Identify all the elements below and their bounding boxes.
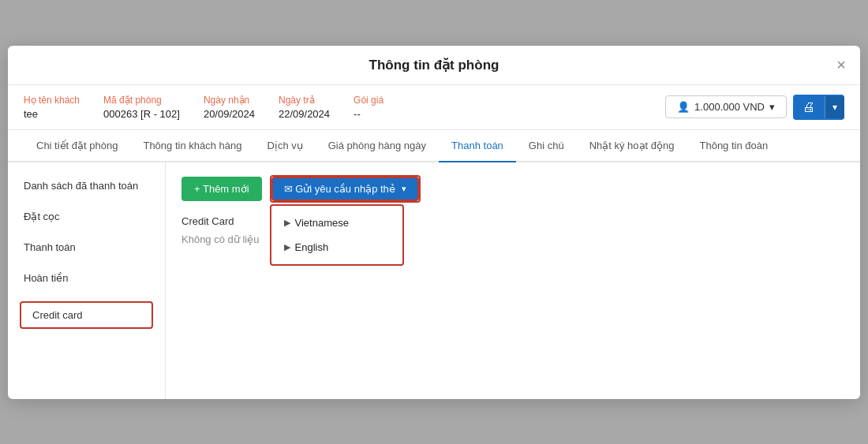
guest-amount-label: 1.000.000 VND	[694, 101, 765, 113]
language-option-english[interactable]: ▶ English	[271, 235, 402, 259]
checkin-group: Ngày nhận 20/09/2024	[204, 95, 255, 120]
language-option-vietnamese[interactable]: ▶ Vietnamese	[271, 211, 402, 235]
package-value: --	[354, 108, 383, 120]
main-content: + Thêm mới ✉ Gửi yêu cầu nhập thẻ ▾ ▶	[166, 162, 860, 399]
send-request-button[interactable]: ✉ Gửi yêu cầu nhập thẻ ▾	[271, 177, 419, 201]
arrow-right-icon: ▶	[284, 242, 290, 252]
checkout-value: 22/09/2024	[279, 108, 330, 120]
guest-amount-button[interactable]: 👤 1.000.000 VND ▾	[665, 95, 787, 118]
checkin-value: 20/09/2024	[204, 108, 255, 120]
guest-name-value: tee	[24, 108, 80, 120]
modal-header: Thông tin đặt phòng ×	[8, 46, 860, 85]
sidebar-item-thanh-toan[interactable]: Thanh toán	[8, 232, 165, 263]
send-request-label: ✉ Gửi yêu cầu nhập thẻ	[284, 183, 395, 195]
chevron-down-icon: ▾	[402, 184, 406, 194]
tab-dich-vu[interactable]: Dịch vụ	[255, 130, 316, 162]
content-area: Danh sách đã thanh toán Đặt cọc Thanh to…	[8, 162, 860, 399]
printer-icon: 🖨	[803, 100, 815, 114]
tab-chi-tiet[interactable]: Chi tiết đặt phòng	[24, 130, 130, 162]
sidebar-item-credit-card[interactable]: Credit card	[20, 301, 153, 329]
tab-nhat-ky[interactable]: Nhật ký hoạt động	[577, 130, 687, 162]
print-main-button[interactable]: 🖨	[793, 95, 825, 120]
language-vietnamese-label: Vietnamese	[295, 217, 349, 229]
info-bar-actions: 👤 1.000.000 VND ▾ 🖨 ▾	[665, 95, 844, 120]
sidebar-item-dat-coc[interactable]: Đặt cọc	[8, 201, 165, 232]
room-code-group: Mã đặt phòng 000263 [R - 102]	[103, 95, 180, 120]
add-new-button[interactable]: + Thêm mới	[181, 177, 262, 201]
tab-thanh-toan[interactable]: Thanh toán	[439, 130, 516, 162]
print-button-group: 🖨 ▾	[793, 95, 844, 120]
tab-gia-phong[interactable]: Giá phòng hàng ngày	[316, 130, 439, 162]
room-code-label: Mã đặt phòng	[103, 95, 180, 106]
package-label: Gói giá	[354, 95, 383, 106]
tab-thong-tin-doan[interactable]: Thông tin đoàn	[687, 130, 780, 162]
modal-title: Thông tin đặt phòng	[369, 57, 499, 73]
room-code-value: 000263 [R - 102]	[103, 108, 180, 120]
sidebar-item-danh-sach[interactable]: Danh sách đã thanh toán	[8, 170, 165, 201]
guest-name-group: Họ tên khách tee	[24, 95, 80, 120]
chevron-down-icon: ▾	[769, 101, 775, 113]
person-icon: 👤	[677, 101, 690, 113]
tab-khach-hang[interactable]: Thông tin khách hàng	[130, 130, 254, 162]
guest-name-label: Họ tên khách	[24, 95, 80, 106]
checkout-group: Ngày trả 22/09/2024	[279, 95, 330, 120]
info-bar: Họ tên khách tee Mã đặt phòng 000263 [R …	[8, 85, 860, 130]
checkin-label: Ngày nhận	[204, 95, 255, 106]
modal: Thông tin đặt phòng × Họ tên khách tee M…	[8, 46, 860, 399]
language-dropdown-menu: ▶ Vietnamese ▶ English	[270, 204, 404, 266]
print-arrow-button[interactable]: ▾	[825, 96, 844, 118]
send-request-dropdown: ✉ Gửi yêu cầu nhập thẻ ▾ ▶ Vietnamese	[270, 175, 421, 203]
sidebar-item-hoan-tien[interactable]: Hoàn tiền	[8, 263, 165, 293]
close-button[interactable]: ×	[836, 57, 846, 73]
tab-ghi-chu[interactable]: Ghi chú	[516, 130, 577, 162]
action-bar: + Thêm mới ✉ Gửi yêu cầu nhập thẻ ▾ ▶	[181, 175, 844, 203]
package-group: Gói giá --	[354, 95, 383, 120]
modal-backdrop: Thông tin đặt phòng × Họ tên khách tee M…	[0, 0, 868, 444]
tab-bar: Chi tiết đặt phòng Thông tin khách hàng …	[8, 130, 860, 162]
arrow-right-icon: ▶	[284, 218, 290, 228]
payment-sidebar: Danh sách đã thanh toán Đặt cọc Thanh to…	[8, 162, 166, 399]
checkout-label: Ngày trả	[279, 95, 330, 106]
send-request-wrapper: ✉ Gửi yêu cầu nhập thẻ ▾	[270, 175, 421, 203]
language-english-label: English	[295, 241, 329, 253]
